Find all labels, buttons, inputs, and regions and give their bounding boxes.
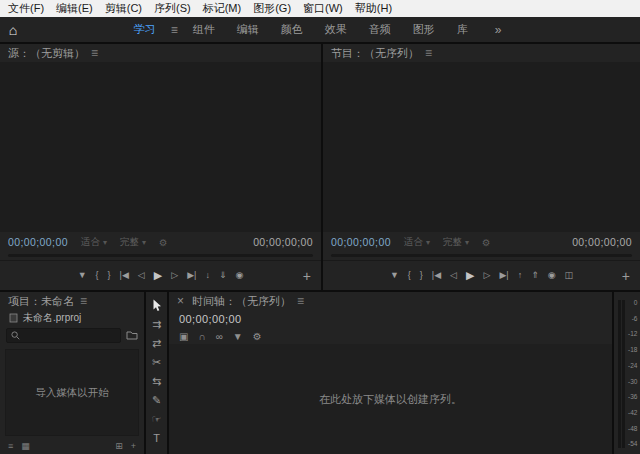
lift-button[interactable]: ↑ bbox=[518, 271, 523, 280]
step-forward-button[interactable]: ▷ bbox=[484, 271, 491, 280]
timeline-panel-menu-icon[interactable]: ≡ bbox=[297, 294, 304, 308]
play-button[interactable]: ▶ bbox=[466, 270, 474, 281]
timeline-panel: × 时间轴：（无序列） ≡ 00;00;00;00 ▣ ∩ ∞ ▼ ⚙ 在此处放… bbox=[169, 292, 612, 454]
tab-color[interactable]: 颜色 bbox=[270, 22, 314, 37]
play-button[interactable]: ▶ bbox=[154, 270, 162, 281]
step-back-button[interactable]: ◁ bbox=[450, 271, 457, 280]
audio-meter-bars bbox=[618, 300, 625, 448]
selection-tool[interactable] bbox=[152, 299, 162, 312]
search-icon bbox=[11, 331, 20, 340]
source-panel-menu-icon[interactable]: ≡ bbox=[91, 46, 98, 60]
extract-button[interactable]: ⇑ bbox=[531, 271, 539, 280]
go-to-in-button[interactable]: |◀ bbox=[432, 271, 441, 280]
program-scrubber[interactable] bbox=[323, 252, 640, 260]
search-box[interactable] bbox=[6, 328, 121, 343]
program-current-timecode[interactable]: 00;00;00;00 bbox=[331, 236, 391, 248]
add-marker-icon[interactable]: ▼ bbox=[233, 331, 243, 342]
tab-learning[interactable]: 学习 bbox=[123, 22, 167, 37]
list-view-icon[interactable]: ≡ bbox=[8, 441, 13, 451]
comparison-view-button[interactable]: ◫ bbox=[565, 271, 574, 280]
linked-selection-icon[interactable]: ∞ bbox=[216, 331, 223, 342]
tab-audio[interactable]: 音频 bbox=[358, 22, 402, 37]
mark-out-button[interactable]: } bbox=[420, 271, 423, 280]
menu-file[interactable]: 文件(F) bbox=[2, 1, 50, 16]
hand-tool[interactable]: ☞ bbox=[152, 413, 162, 426]
mark-out-button[interactable]: } bbox=[108, 271, 111, 280]
program-panel-header: 节目：（无序列） ≡ bbox=[323, 44, 640, 62]
search-input[interactable] bbox=[23, 330, 116, 341]
menu-graphics[interactable]: 图形(G) bbox=[247, 1, 297, 16]
icon-view-icon[interactable]: ▦ bbox=[21, 441, 30, 451]
chevron-down-icon: ▾ bbox=[103, 238, 107, 247]
add-marker-button[interactable]: ▼ bbox=[78, 271, 87, 280]
menu-sequence[interactable]: 序列(S) bbox=[148, 1, 197, 16]
tab-effects[interactable]: 效果 bbox=[314, 22, 358, 37]
insert-button[interactable]: ↓ bbox=[205, 271, 210, 280]
track-select-forward-tool[interactable]: ⇉ bbox=[152, 318, 161, 331]
export-frame-button[interactable]: ◉ bbox=[235, 271, 243, 280]
pen-tool[interactable]: ✎ bbox=[152, 394, 161, 407]
step-back-button[interactable]: ◁ bbox=[138, 271, 145, 280]
timeline-drop-zone[interactable]: 在此处放下媒体以创建序列。 bbox=[169, 344, 612, 454]
program-transport-bar: ▼ { } |◀ ◁ ▶ ▷ ▶| ↑ ⇑ ◉ ◫ + bbox=[323, 260, 640, 290]
close-icon[interactable]: × bbox=[177, 294, 184, 308]
source-zoom-select[interactable]: 适合 ▾ bbox=[81, 236, 107, 249]
tab-graphics[interactable]: 图形 bbox=[402, 22, 446, 37]
button-editor-button[interactable]: + bbox=[622, 269, 630, 283]
home-button[interactable]: ⌂ bbox=[0, 22, 26, 38]
timeline-panel-title: 时间轴：（无序列） bbox=[192, 294, 291, 309]
workspace-menu-icon[interactable]: ≡ bbox=[167, 23, 182, 37]
program-resolution-select[interactable]: 完整 ▾ bbox=[443, 236, 469, 249]
source-monitor-panel: 源：（无剪辑） ≡ 00;00;00;00 适合 ▾ 完整 ▾ ⚙ 00;00;… bbox=[0, 44, 321, 290]
overwrite-button[interactable]: ⇓ bbox=[219, 271, 227, 280]
program-settings-icon[interactable]: ⚙ bbox=[482, 237, 491, 248]
search-bin-folder-icon[interactable] bbox=[126, 330, 138, 340]
program-viewer bbox=[323, 62, 640, 232]
snap-magnet-icon[interactable]: ∩ bbox=[198, 331, 205, 342]
mark-in-button[interactable]: { bbox=[408, 271, 411, 280]
new-item-button[interactable]: + bbox=[131, 441, 136, 451]
go-to-in-button[interactable]: |◀ bbox=[120, 271, 129, 280]
display-settings-wrench-icon[interactable]: ⚙ bbox=[253, 331, 262, 342]
tab-assembly[interactable]: 组件 bbox=[182, 22, 226, 37]
menu-markers[interactable]: 标记(M) bbox=[197, 1, 248, 16]
step-forward-button[interactable]: ▷ bbox=[171, 271, 178, 280]
menu-help[interactable]: 帮助(H) bbox=[349, 1, 398, 16]
go-to-out-button[interactable]: ▶| bbox=[187, 271, 196, 280]
program-duration-timecode: 00;00;00;00 bbox=[572, 236, 632, 248]
source-settings-icon[interactable]: ⚙ bbox=[159, 237, 168, 248]
mark-in-button[interactable]: { bbox=[96, 271, 99, 280]
db-label: -24 bbox=[628, 363, 637, 370]
type-tool[interactable]: T bbox=[153, 432, 160, 445]
new-bin-button[interactable]: ⊞ bbox=[115, 441, 123, 451]
tab-editing[interactable]: 编辑 bbox=[226, 22, 270, 37]
nest-toggle-icon[interactable]: ▣ bbox=[179, 331, 188, 342]
button-editor-button[interactable]: + bbox=[303, 269, 311, 283]
source-scrubber[interactable] bbox=[0, 252, 321, 260]
slip-tool[interactable]: ⇆ bbox=[152, 375, 161, 388]
timeline-timecode[interactable]: 00;00;00;00 bbox=[179, 313, 242, 325]
source-current-timecode[interactable]: 00;00;00;00 bbox=[8, 236, 68, 248]
menu-window[interactable]: 窗口(W) bbox=[297, 1, 349, 16]
project-panel: 项目：未命名 ≡ 未命名.prproj 导入媒体以开始 bbox=[0, 292, 144, 454]
workspace-overflow-icon[interactable]: » bbox=[479, 23, 518, 37]
tab-libraries[interactable]: 库 bbox=[446, 22, 479, 37]
export-frame-button[interactable]: ◉ bbox=[548, 271, 556, 280]
project-import-drop-zone[interactable]: 导入媒体以开始 bbox=[5, 349, 139, 436]
project-file-tab[interactable]: 未命名.prproj bbox=[0, 310, 144, 325]
ripple-edit-tool[interactable]: ⇄ bbox=[152, 337, 161, 350]
go-to-out-button[interactable]: ▶| bbox=[499, 271, 508, 280]
selection-cursor-icon bbox=[152, 299, 162, 312]
timeline-panel-header: × 时间轴：（无序列） ≡ bbox=[169, 292, 612, 310]
program-zoom-select[interactable]: 适合 ▾ bbox=[404, 236, 430, 249]
add-marker-button[interactable]: ▼ bbox=[390, 271, 399, 280]
razor-tool[interactable]: ✂ bbox=[152, 356, 161, 369]
project-search-row bbox=[0, 325, 144, 345]
menu-bar: 文件(F) 编辑(E) 剪辑(C) 序列(S) 标记(M) 图形(G) 窗口(W… bbox=[0, 0, 640, 17]
menu-clip[interactable]: 剪辑(C) bbox=[99, 1, 148, 16]
source-resolution-select[interactable]: 完整 ▾ bbox=[120, 236, 146, 249]
project-panel-menu-icon[interactable]: ≡ bbox=[80, 294, 87, 308]
menu-edit[interactable]: 编辑(E) bbox=[50, 1, 99, 16]
program-panel-menu-icon[interactable]: ≡ bbox=[425, 46, 432, 60]
chevron-down-icon: ▾ bbox=[426, 238, 430, 247]
